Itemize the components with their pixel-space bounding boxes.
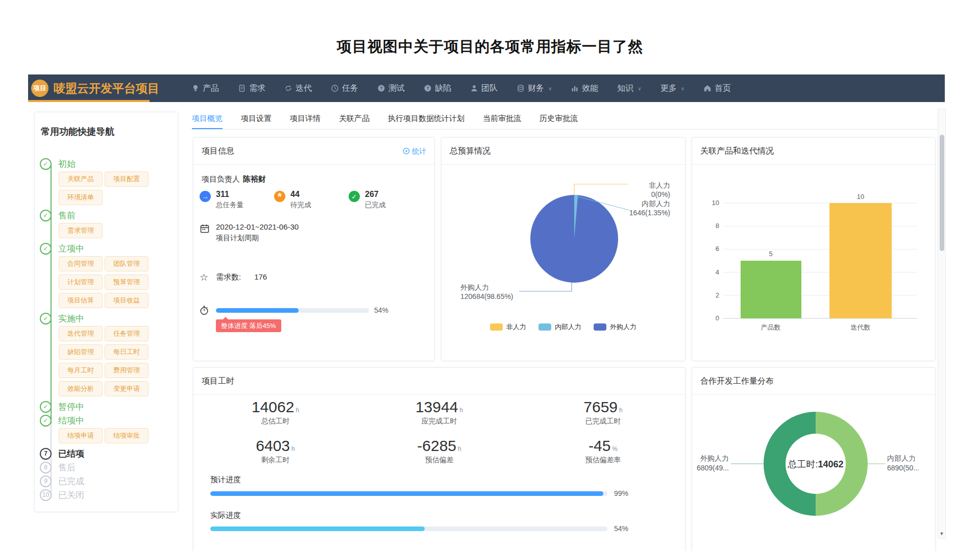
step-buttons: 需求管理 (59, 223, 170, 238)
legend-item[interactable]: 非人力 (490, 322, 526, 332)
nav-item-test[interactable]: ? 测试 (377, 83, 405, 94)
coop-workload-card: 合作开发工作量分布 外购人力 6809(49... 内部人力 6890(50..… (692, 367, 936, 551)
pie-value: 120684(98.65%) (460, 292, 513, 300)
card-title: 关联产品和迭代情况 (692, 138, 935, 165)
step-buttons: 迭代管理 任务管理 缺陷管理 每日工时 每月工时 费用管理 效能分析 变更申请 (59, 326, 170, 396)
tab-overview[interactable]: 项目概览 (192, 109, 223, 129)
arrow-right-circle-icon: → (200, 191, 211, 202)
budget-pie-chart: 非人力 0(0%) 内部人力 1646(1.35%) 外购人力 120684(9… (442, 165, 685, 313)
project-date-label: 项目计划周期 (216, 234, 259, 243)
sidebar-button-iteration-mgmt[interactable]: 迭代管理 (59, 326, 103, 341)
y-tick: 2 (716, 291, 719, 299)
sidebar-button-project-config[interactable]: 项目配置 (105, 171, 149, 187)
hours-stat: 13944h 应完成工时 (357, 395, 521, 434)
sidebar-button-env-list[interactable]: 环境清单 (59, 190, 103, 205)
sidebar-button-efficiency-analysis[interactable]: 效能分析 (59, 381, 103, 396)
nav-menu: 产品 需求 迭代 任务 ? 测试 ? 缺陷 (191, 74, 731, 102)
sidebar-button-change-request[interactable]: 变更申请 (105, 381, 149, 396)
status-timeline: ✓ 初始 关联产品 项目配置 环境清单 ✓ 售前 需求管理 ✓ 立项中 合同管理 (40, 136, 170, 501)
y-tick: 0 (716, 314, 719, 322)
step-implementing: ✓ 实施中 (40, 312, 170, 324)
sidebar-button-project-estimate[interactable]: 项目估算 (59, 293, 103, 308)
sidebar-button-requirement-mgmt[interactable]: 需求管理 (59, 223, 103, 238)
y-tick: 8 (716, 222, 719, 230)
sidebar-button-closing-approve[interactable]: 结项审批 (105, 428, 149, 443)
sunburst-icon: * (274, 191, 285, 202)
actual-progress-bar (210, 527, 607, 531)
sidebar-button-contract-mgmt[interactable]: 合同管理 (59, 256, 103, 271)
nav-item-team[interactable]: 团队 (470, 83, 498, 94)
app-root: 项目视图中关于项目的各项常用指标一目了然 项目 唛盟云开发平台项目 产品 需求 … (0, 0, 980, 551)
tab-current-approval[interactable]: 当前审批流 (483, 109, 521, 129)
scrollbar-down-arrow[interactable]: ▼ (938, 531, 945, 536)
step-number-circle: 10 (40, 489, 52, 501)
nav-item-finance[interactable]: 财务 ∨ (517, 83, 552, 94)
sidebar-button-defect-mgmt[interactable]: 缺陷管理 (59, 344, 103, 360)
nav-item-task[interactable]: 任务 (331, 83, 358, 94)
nav-item-efficiency[interactable]: 效能 (571, 83, 598, 94)
step-label: 实施中 (58, 313, 84, 324)
sidebar-button-plan-mgmt[interactable]: 计划管理 (59, 274, 103, 290)
step-label: 已关闭 (58, 489, 84, 501)
nav-label: 任务 (342, 83, 358, 94)
nav-item-home[interactable]: 首页 (703, 83, 731, 94)
nav-item-iteration[interactable]: 迭代 (284, 83, 312, 94)
nav-item-requirement[interactable]: 需求 (238, 83, 265, 94)
sidebar-button-task-mgmt[interactable]: 任务管理 (105, 326, 149, 341)
sidebar-button-closing-apply[interactable]: 结项申请 (59, 428, 103, 443)
progress-alert-badge: 整体进度 落后45% (216, 319, 281, 332)
nav-item-product[interactable]: 产品 (191, 83, 219, 94)
check-circle-icon: ✓ (349, 191, 360, 202)
brand-area: 项目 唛盟云开发平台项目 (28, 74, 159, 102)
tab-data-stat-plan[interactable]: 执行项目数据统计计划 (388, 109, 464, 129)
quick-nav-sidebar: 常用功能快捷导航 ✓ 初始 关联产品 项目配置 环境清单 ✓ 售前 需求管理 ✓ (34, 112, 178, 512)
step-number-circle: 8 (40, 462, 52, 473)
sidebar-title: 常用功能快捷导航 (40, 126, 170, 136)
sidebar-button-project-benefit[interactable]: 项目收益 (105, 293, 149, 308)
hours-stat: 7659h 已完成工时 (521, 395, 685, 434)
step-buttons: 关联产品 项目配置 环境清单 (59, 171, 170, 205)
requirement-count-value: 176 (254, 272, 267, 281)
legend-swatch (538, 323, 551, 331)
step-buttons: 结项申请 结项审批 (59, 428, 170, 443)
nav-item-more[interactable]: 更多 ∨ (660, 83, 684, 94)
expected-progress-label: 预计进度 (210, 475, 241, 485)
sidebar-button-monthly-hours[interactable]: 每月工时 (59, 363, 103, 378)
play-circle-icon (403, 147, 410, 155)
sidebar-button-expense-mgmt[interactable]: 费用管理 (105, 363, 149, 378)
donut-center-text: 总工时:14062 (787, 459, 843, 469)
step-presale: ✓ 售前 (40, 209, 170, 221)
stat-done-tasks: ✓ 267 已完成 (349, 190, 386, 210)
sidebar-button-related-products[interactable]: 关联产品 (59, 171, 103, 187)
tab-settings[interactable]: 项目设置 (241, 109, 272, 129)
project-logo-badge: 项目 (31, 80, 48, 97)
tab-history-approval[interactable]: 历史审批流 (540, 109, 578, 129)
x-category-label: 产品数 (761, 323, 781, 331)
overall-progress-bar (216, 308, 369, 313)
nav-label: 产品 (203, 83, 219, 94)
tab-related-products[interactable]: 关联产品 (339, 109, 370, 129)
home-icon (703, 84, 712, 92)
sidebar-button-daily-hours[interactable]: 每日工时 (105, 344, 149, 360)
scrollbar-thumb[interactable] (940, 135, 944, 251)
nav-label: 财务 (528, 83, 544, 94)
step-initial: ✓ 初始 (40, 158, 170, 170)
leg.nd-item[interactable]: 内部人力 (538, 322, 581, 332)
sidebar-button-team-mgmt[interactable]: 团队管理 (105, 256, 149, 271)
nav-label: 效能 (582, 83, 598, 94)
y-tick: 6 (716, 245, 719, 253)
nav-item-knowledge[interactable]: 知识 ∨ (617, 83, 641, 94)
step-label: 已完成 (58, 475, 84, 487)
step-aftersale: 8 售后 (40, 461, 170, 473)
x-category-label: 迭代数 (851, 323, 871, 331)
legend-item[interactable]: 外购人力 (594, 322, 636, 332)
tab-details[interactable]: 项目详情 (290, 109, 321, 129)
product-iteration-card: 关联产品和迭代情况 10 8 6 4 2 0 5 10 产品数 迭代数 (692, 137, 936, 361)
step-number-circle: 9 (40, 475, 52, 487)
nav-label: 缺陷 (435, 83, 451, 94)
nav-item-defect[interactable]: ? 缺陷 (424, 83, 451, 94)
question-circle-icon: ? (377, 84, 385, 92)
sidebar-button-budget-mgmt[interactable]: 预算管理 (105, 274, 149, 290)
loop-icon (284, 84, 292, 92)
statistics-link[interactable]: 统计 (403, 138, 426, 164)
